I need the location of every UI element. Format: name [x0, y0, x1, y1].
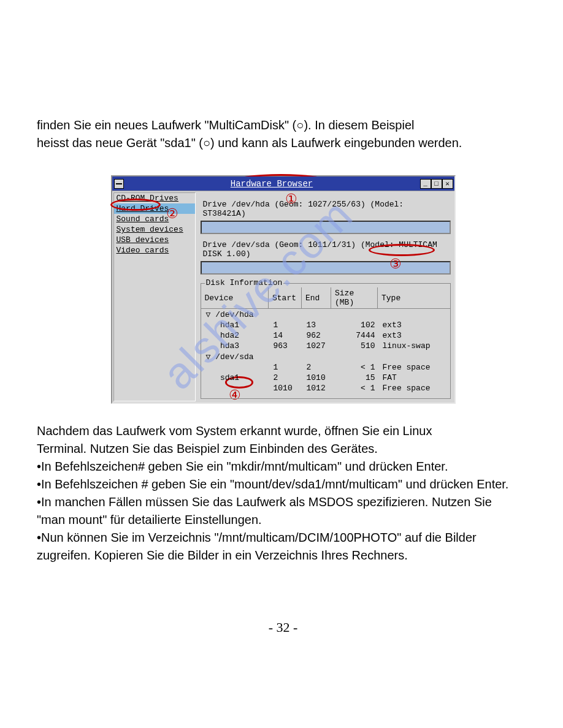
- table-row[interactable]: hda1113102ext3: [201, 320, 450, 330]
- maximize-button[interactable]: □: [431, 179, 442, 189]
- minimize-button[interactable]: _: [420, 179, 431, 189]
- col-device[interactable]: Device: [201, 287, 269, 309]
- outro-p7: •Nun können Sie im Verzeichnis "/mnt/mul…: [37, 529, 529, 547]
- window-title: Hardware Browser: [124, 179, 420, 189]
- sidebar-item-soundcards[interactable]: Sound cards: [114, 214, 195, 224]
- disk-info-table: Device Start End Size (MB) Type ▽ /dev/h…: [201, 287, 450, 393]
- sidebar-item-systemdevices[interactable]: System devices: [114, 224, 195, 235]
- outro-p1: Nachdem das Laufwerk vom System erkannt …: [37, 422, 529, 440]
- disk-information-group: Disk Information Device Start End Size (…: [201, 283, 451, 399]
- system-menu-icon[interactable]: [114, 179, 124, 189]
- outro-p8: zugreifen. Kopieren Sie die Bilder in ei…: [37, 547, 529, 564]
- outro-p6: "man mount" für detailierte Einstellunge…: [37, 511, 529, 529]
- outro-p4: •In Befehlszeichen # geben Sie ein "moun…: [37, 476, 529, 493]
- col-type[interactable]: Type: [378, 287, 450, 309]
- page-number: - 32 -: [37, 620, 529, 635]
- intro-line2b: ) und kann als Laufwerk eingebunden werd…: [210, 136, 462, 150]
- main-pane: Drive /dev/hda (Geom: 1027/255/63) (Mode…: [197, 191, 454, 403]
- drive-sda-label: Drive /dev/sda (Geom: 1011/1/31) (Model:…: [203, 240, 451, 259]
- drive-hda-bar: [201, 221, 451, 234]
- table-row[interactable]: ▽ /dev/hda: [201, 309, 450, 320]
- table-row[interactable]: 12< 1Free space: [201, 362, 450, 373]
- col-end[interactable]: End: [302, 287, 331, 309]
- table-row[interactable]: ▽ /dev/sda: [201, 351, 450, 362]
- drive-sda-bar: [201, 261, 451, 275]
- outro-p5: •In manchen Fällen müssen Sie das Laufwe…: [37, 493, 529, 511]
- sidebar-item-harddrives[interactable]: Hard Drives: [114, 203, 195, 214]
- drive-hda-label: Drive /dev/hda (Geom: 1027/255/63) (Mode…: [203, 200, 451, 218]
- table-row[interactable]: sda12101015FAT: [201, 373, 450, 383]
- hardware-browser-window: ① ② ③ ④ Hardware Browser _ □ ✕ CD-ROM Dr…: [111, 175, 456, 404]
- intro-line2a: heisst das neue Gerät "sda1" (: [37, 136, 203, 150]
- table-row[interactable]: hda39631027510linux-swap: [201, 341, 450, 351]
- table-row[interactable]: hda2149627444ext3: [201, 330, 450, 341]
- col-size[interactable]: Size (MB): [331, 287, 378, 309]
- sidebar-item-videocards[interactable]: Video cards: [114, 245, 195, 256]
- table-row[interactable]: 10101012< 1Free space: [201, 383, 450, 393]
- titlebar: Hardware Browser _ □ ✕: [112, 176, 454, 191]
- intro-text: finden Sie ein neues Laufwerk "MultiCamD…: [37, 116, 529, 152]
- drive-hda-block: Drive /dev/hda (Geom: 1027/255/63) (Mode…: [201, 200, 451, 234]
- disk-info-legend: Disk Information: [205, 278, 284, 287]
- sidebar-item-usbdevices[interactable]: USB devices: [114, 235, 195, 245]
- intro-line1b: ). In diesem Beispiel: [304, 118, 414, 132]
- col-start[interactable]: Start: [269, 287, 302, 309]
- intro-line1a: finden Sie ein neues Laufwerk "MultiCamD…: [37, 118, 296, 132]
- outro-text: Nachdem das Laufwerk vom System erkannt …: [37, 422, 529, 564]
- outro-p3: •In Befehlszeichen# geben Sie ein "mkdir…: [37, 458, 529, 476]
- drive-sda-block: Drive /dev/sda (Geom: 1011/1/31) (Model:…: [201, 240, 451, 275]
- sidebar-item-cdrom[interactable]: CD-ROM Drives: [114, 193, 195, 203]
- category-sidebar: CD-ROM Drives Hard Drives Sound cards Sy…: [113, 192, 196, 401]
- outro-p2: Terminal. Nutzen Sie das Beispiel zum Ei…: [37, 440, 529, 458]
- close-button[interactable]: ✕: [442, 179, 453, 189]
